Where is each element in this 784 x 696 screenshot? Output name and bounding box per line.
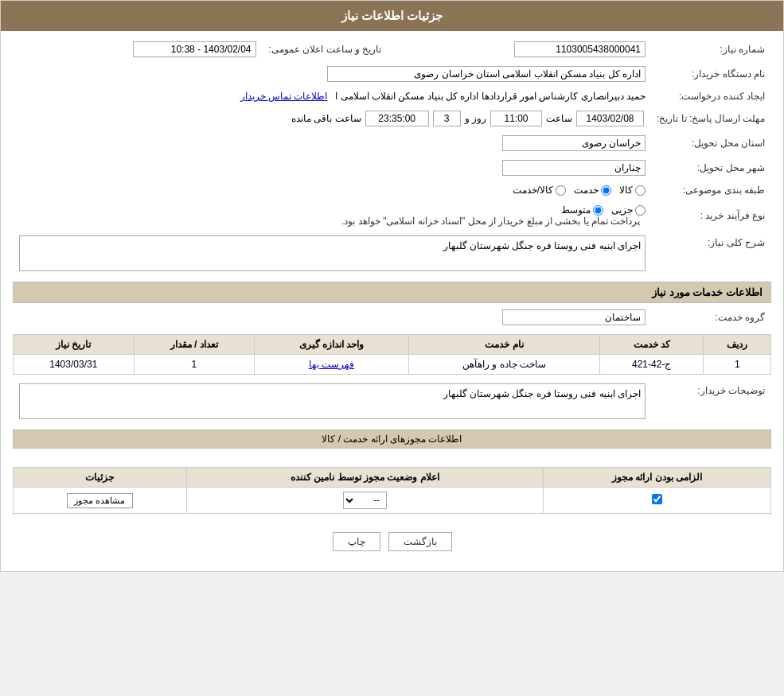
creator-value: حمید دبیرانصاری کارشناس امور قراردادها ا… <box>335 91 646 102</box>
deadline-time-label: ساعت <box>546 113 572 124</box>
deadline-label: مهلت ارسال پاسخ: تا تاریخ: <box>650 108 771 129</box>
province-label: استان محل تحویل: <box>652 133 771 154</box>
creator-link[interactable]: اطلاعات تماس خریدار <box>240 91 328 102</box>
purchase-type-item-motevaset: متوسط <box>561 204 603 216</box>
deadline-time: 11:00 <box>490 111 542 126</box>
category-kala-khedmat-label: کالا/خدمت <box>513 185 553 196</box>
permits-col-status: اعلام وضعیت مجوز توسط نامین کننده <box>186 468 543 488</box>
deadline-remaining: 23:35:00 <box>365 111 429 126</box>
category-radio-khedmat[interactable] <box>601 185 611 196</box>
deadline-days: 3 <box>433 111 461 126</box>
row-unit-link[interactable]: فهرست بها <box>309 359 354 370</box>
category-label: طبقه بندی موضوعی: <box>652 182 771 198</box>
info-table-top: شماره نیاز: 1103005438000041 تاریخ و ساع… <box>13 39 771 60</box>
row-num: 1 <box>704 355 771 375</box>
row-qty: 1 <box>134 355 254 375</box>
city-label: شهر محل تحویل: <box>652 157 771 178</box>
purchase-jozi-label: جزیی <box>611 204 633 216</box>
announcement-value: 1403/02/04 - 10:38 <box>133 41 256 57</box>
deadline-date: 1403/02/08 <box>576 111 644 126</box>
category-khedmat-label: خدمت <box>574 185 599 196</box>
deadline-row: 1403/02/08 ساعت 11:00 روز و 3 23:35:00 س… <box>19 111 644 126</box>
category-radio-item-3: کالا/خدمت <box>513 185 566 196</box>
main-content: شماره نیاز: 1103005438000041 تاریخ و ساع… <box>1 31 783 571</box>
announcement-label: تاریخ و ساعت اعلان عمومی: <box>263 39 388 60</box>
services-section-title: اطلاعات خدمات مورد نیاز <box>13 282 771 303</box>
info-table-service-group: گروه خدمت: ساختمان <box>13 307 771 328</box>
info-table-desc: شرح کلی نیاز: اجرای ابنیه فنی روستا فره … <box>13 233 771 274</box>
purchase-radio-motevaset[interactable] <box>593 205 603 216</box>
purchase-radio-jozi[interactable] <box>635 205 646 216</box>
city-value: چناران <box>502 160 646 176</box>
category-radio-item-2: خدمت <box>574 185 611 196</box>
deadline-days-label: روز و <box>465 113 486 124</box>
table-row: 1 ج-42-421 ساخت جاده و راهآهن فهرست بها … <box>14 355 771 375</box>
info-table-deadline: مهلت ارسال پاسخ: تا تاریخ: 1403/02/08 سا… <box>13 108 771 129</box>
purchase-type-label: نوع فرآیند خرید : <box>652 202 771 229</box>
permits-required-checkbox[interactable] <box>652 494 662 504</box>
creator-label: ایجاد کننده درخواست: <box>652 88 771 104</box>
category-radio-kala[interactable] <box>635 185 646 196</box>
category-kala-label: کالا <box>619 185 633 196</box>
col-header-row: ردیف <box>704 335 771 355</box>
row-service-name: ساخت جاده و راهآهن <box>409 355 600 375</box>
info-table-province: استان محل تحویل: خراسان رضوی <box>13 133 771 154</box>
buyer-notes-label: توضیحات خریدار: <box>652 381 771 422</box>
row-code: ج-42-421 <box>599 355 704 375</box>
print-button[interactable]: چاپ <box>333 532 380 551</box>
permits-col-required: الزامی بودن ارائه مجوز <box>543 468 770 488</box>
view-permit-button[interactable]: مشاهده مجوز <box>67 493 132 508</box>
service-group-value: ساختمان <box>502 309 646 325</box>
permits-table-row: -- دارم ندارم مشاهده مجوز <box>14 488 771 514</box>
col-header-qty: تعداد / مقدار <box>134 335 254 355</box>
category-radio-kala-khedmat[interactable] <box>556 185 566 196</box>
col-header-name: نام خدمت <box>409 335 600 355</box>
need-number-value: 1103005438000041 <box>514 41 646 57</box>
permits-status-cell: -- دارم ندارم <box>186 488 543 514</box>
permits-required-cell <box>543 488 770 514</box>
info-table-buyer-notes: توضیحات خریدار: اجرای ابنیه فنی روستا فر… <box>13 381 771 422</box>
col-header-date: تاریخ نیاز <box>14 335 135 355</box>
page-wrapper: جزئیات اطلاعات نیاز شماره نیاز: 11030054… <box>0 0 784 572</box>
info-table-city: شهر محل تحویل: چناران <box>13 157 771 178</box>
permits-table: الزامی بودن ارائه مجوز اعلام وضعیت مجوز … <box>13 467 771 514</box>
col-header-code: کد خدمت <box>599 335 704 355</box>
deadline-remaining-label: ساعت باقی مانده <box>291 113 361 124</box>
buttons-row: بازگشت چاپ <box>13 520 771 563</box>
buyer-org-label: نام دستگاه خریدار: <box>652 64 771 84</box>
purchase-type-note: پرداخت تمام یا بخشی از مبلغ خریدار از مح… <box>341 216 640 227</box>
purchase-type-radio-group: جزیی متوسط <box>19 204 646 216</box>
info-table-category: طبقه بندی موضوعی: کالا خدمت <box>13 182 771 198</box>
info-table-org: نام دستگاه خریدار: اداره کل بنیاد مسکن ا… <box>13 64 771 84</box>
buyer-notes-value: اجرای ابنیه فنی روستا فره جنگل شهرستان گ… <box>19 383 646 419</box>
col-header-unit: واحد اندازه گیری <box>255 335 409 355</box>
category-radio-item-1: کالا <box>619 185 646 196</box>
need-number-label: شماره نیاز: <box>652 39 771 60</box>
page-header: جزئیات اطلاعات نیاز <box>1 1 783 31</box>
row-date: 1403/03/31 <box>14 355 135 375</box>
buyer-org-value: اداره کل بنیاد مسکن انقلاب اسلامی استان … <box>327 66 646 82</box>
purchase-type-item-jozi: جزیی <box>611 204 646 216</box>
service-group-label: گروه خدمت: <box>652 307 771 328</box>
row-unit: فهرست بها <box>255 355 409 375</box>
general-desc-value: اجرای ابنیه فنی روستا فره جنگل شهرستان گ… <box>19 235 646 271</box>
info-table-creator: ایجاد کننده درخواست: حمید دبیرانصاری کار… <box>13 88 771 104</box>
page-title: جزئیات اطلاعات نیاز <box>341 9 443 22</box>
permits-divider: اطلاعات مجوزهای ارائه خدمت / کالا <box>13 430 771 449</box>
services-table: ردیف کد خدمت نام خدمت واحد اندازه گیری ت… <box>13 334 771 375</box>
permits-details-cell: مشاهده مجوز <box>14 488 187 514</box>
permits-col-details: جزئیات <box>14 468 187 488</box>
info-table-purchase-type: نوع فرآیند خرید : جزیی متوسط پرداخت ت <box>13 202 771 229</box>
category-radio-group: کالا خدمت کالا/خدمت <box>19 185 646 196</box>
permits-status-select[interactable]: -- دارم ندارم <box>343 492 387 509</box>
back-button[interactable]: بازگشت <box>388 532 452 551</box>
purchase-motevaset-label: متوسط <box>561 204 591 216</box>
province-value: خراسان رضوی <box>502 135 646 151</box>
general-desc-label: شرح کلی نیاز: <box>652 233 771 274</box>
